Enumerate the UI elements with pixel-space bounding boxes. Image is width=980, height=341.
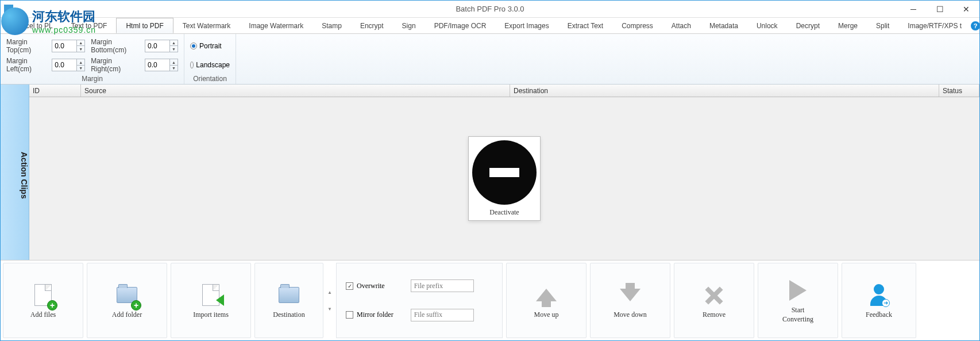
tab-attach[interactable]: Attach bbox=[662, 18, 700, 33]
tab-excel-to-pdf[interactable]: rd/Excel to PL bbox=[1, 18, 62, 33]
orientation-group-label: Orientation bbox=[190, 75, 230, 84]
margin-right-label: Margin Right(cm) bbox=[91, 57, 142, 73]
col-status[interactable]: Status bbox=[939, 85, 979, 97]
margin-left-input[interactable]: ▲▼ bbox=[52, 59, 85, 71]
checkbox-icon bbox=[346, 282, 353, 290]
close-button[interactable]: ✕ bbox=[953, 1, 979, 18]
margin-top-label: Margin Top(cm) bbox=[6, 38, 49, 54]
col-destination[interactable]: Destination bbox=[510, 85, 939, 97]
col-id[interactable]: ID bbox=[29, 85, 81, 97]
arrow-left-icon bbox=[216, 294, 224, 306]
margin-bottom-input[interactable]: ▲▼ bbox=[145, 40, 178, 52]
tab-image-rtf-xps[interactable]: Image/RTF/XPS t bbox=[898, 18, 971, 33]
ribbon-panel: Margin Top(cm) ▲▼ Margin Bottom(cm) ▲▼ M… bbox=[1, 34, 979, 85]
tab-encrypt[interactable]: Encrypt bbox=[351, 18, 393, 33]
deactivate-icon bbox=[472, 140, 537, 205]
grid-header: ID Source Destination Status bbox=[29, 85, 979, 97]
destination-button[interactable]: Destination bbox=[254, 263, 323, 338]
move-up-button[interactable]: Move up bbox=[506, 263, 587, 338]
margin-group-label: Margin bbox=[6, 75, 178, 84]
tab-unlock[interactable]: Unlock bbox=[747, 18, 787, 33]
margin-left-label: Margin Left(cm) bbox=[6, 57, 49, 73]
tab-merge[interactable]: Merge bbox=[829, 18, 867, 33]
portrait-radio[interactable]: Portrait bbox=[190, 42, 230, 50]
window-title: Batch PDF Pro 3.0.0 bbox=[456, 5, 524, 13]
minimize-button[interactable]: ─ bbox=[900, 1, 927, 18]
tab-extract-text[interactable]: Extract Text bbox=[558, 18, 612, 33]
tab-decrypt[interactable]: Decrypt bbox=[787, 18, 829, 33]
titlebar: Batch PDF Pro 3.0.0 ─ ☐ ✕ bbox=[1, 1, 979, 18]
tab-compress[interactable]: Compress bbox=[612, 18, 662, 33]
play-icon bbox=[789, 280, 807, 301]
file-prefix-input[interactable] bbox=[411, 279, 474, 292]
col-source[interactable]: Source bbox=[81, 85, 510, 97]
file-grid: ID Source Destination Status Deactivate bbox=[29, 85, 979, 260]
tab-stamp[interactable]: Stamp bbox=[312, 18, 351, 33]
radio-icon bbox=[190, 43, 197, 49]
tab-export-images[interactable]: Export Images bbox=[495, 18, 558, 33]
tab-split[interactable]: Split bbox=[867, 18, 898, 33]
add-folder-button[interactable]: + Add folder bbox=[87, 263, 167, 338]
start-converting-button[interactable]: Start Converting bbox=[758, 263, 838, 338]
folder-icon bbox=[279, 287, 299, 303]
orientation-group: Portrait Landscape Orientation bbox=[184, 34, 236, 84]
margin-right-input[interactable]: ▲▼ bbox=[145, 59, 178, 71]
mirror-folder-checkbox[interactable]: Mirror folder bbox=[346, 311, 393, 319]
deactivate-label: Deactivate bbox=[489, 208, 519, 217]
tab-sign[interactable]: Sign bbox=[393, 18, 425, 33]
add-files-button[interactable]: + Add files bbox=[3, 263, 83, 338]
options-panel: Overwrite Mirror folder bbox=[336, 263, 503, 338]
cross-icon bbox=[704, 285, 724, 305]
checkbox-icon bbox=[346, 311, 353, 319]
grid-body[interactable]: Deactivate bbox=[29, 97, 979, 260]
help-icon: ? bbox=[971, 21, 980, 30]
main-area: Action Clips ID Source Destination Statu… bbox=[1, 85, 979, 260]
margin-top-input[interactable]: ▲▼ bbox=[52, 40, 85, 52]
tab-ocr[interactable]: PDF/Image OCR bbox=[425, 18, 496, 33]
margin-bottom-label: Margin Bottom(cm) bbox=[91, 38, 142, 54]
deactivate-overlay[interactable]: Deactivate bbox=[468, 136, 541, 221]
plus-icon: + bbox=[47, 300, 57, 311]
action-clips-tab[interactable]: Action Clips bbox=[1, 85, 29, 260]
tab-text-to-pdf[interactable]: Text to PDF bbox=[62, 18, 117, 33]
file-suffix-input[interactable] bbox=[411, 309, 474, 321]
maximize-button[interactable]: ☐ bbox=[927, 1, 953, 18]
ribbon-tabs: rd/Excel to PL Text to PDF Html to PDF T… bbox=[1, 18, 979, 34]
margin-group: Margin Top(cm) ▲▼ Margin Bottom(cm) ▲▼ M… bbox=[1, 34, 184, 84]
help-button[interactable]: ? bbox=[971, 18, 980, 33]
landscape-radio[interactable]: Landscape bbox=[190, 61, 230, 69]
bottom-toolbar: + Add files + Add folder Import items De… bbox=[1, 260, 979, 340]
arrow-down-icon bbox=[620, 289, 641, 301]
app-icon bbox=[4, 5, 13, 14]
separator-dots: ▲▼ bbox=[327, 263, 333, 338]
tab-metadata[interactable]: Metadata bbox=[700, 18, 747, 33]
person-icon: ➜ bbox=[870, 284, 888, 306]
tab-text-watermark[interactable]: Text Watermark bbox=[173, 18, 240, 33]
feedback-button[interactable]: ➜ Feedback bbox=[842, 263, 916, 338]
move-down-button[interactable]: Move down bbox=[590, 263, 670, 338]
tab-image-watermark[interactable]: Image Watermark bbox=[240, 18, 312, 33]
plus-icon: + bbox=[131, 300, 141, 311]
radio-icon bbox=[190, 62, 194, 68]
overwrite-checkbox[interactable]: Overwrite bbox=[346, 282, 393, 290]
arrow-up-icon bbox=[536, 289, 557, 301]
import-items-button[interactable]: Import items bbox=[171, 263, 251, 338]
tab-html-to-pdf[interactable]: Html to PDF bbox=[116, 18, 173, 33]
remove-button[interactable]: Remove bbox=[674, 263, 754, 338]
